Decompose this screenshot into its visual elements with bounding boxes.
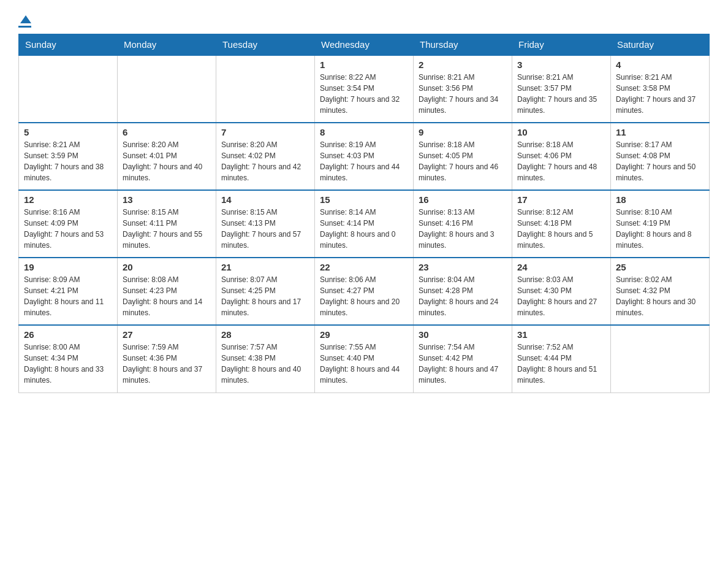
- logo-underline: [18, 26, 31, 28]
- logo: [18, 12, 31, 28]
- calendar-cell-week3-day4: 15Sunrise: 8:14 AMSunset: 4:14 PMDayligh…: [315, 190, 414, 258]
- calendar-cell-week4-day3: 21Sunrise: 8:07 AMSunset: 4:25 PMDayligh…: [216, 258, 315, 325]
- calendar-cell-week1-day4: 1Sunrise: 8:22 AMSunset: 3:54 PMDaylight…: [315, 55, 414, 123]
- day-number: 8: [320, 127, 408, 137]
- calendar-week-1: 1Sunrise: 8:22 AMSunset: 3:54 PMDaylight…: [19, 55, 710, 123]
- calendar-cell-week3-day3: 14Sunrise: 8:15 AMSunset: 4:13 PMDayligh…: [216, 190, 315, 258]
- day-number: 29: [320, 329, 408, 340]
- day-info: Sunrise: 8:12 AMSunset: 4:18 PMDaylight:…: [517, 207, 605, 251]
- weekday-header-row: SundayMondayTuesdayWednesdayThursdayFrid…: [19, 34, 710, 56]
- calendar-cell-week2-day3: 7Sunrise: 8:20 AMSunset: 4:02 PMDaylight…: [216, 123, 315, 190]
- calendar-cell-week5-day5: 30Sunrise: 7:54 AMSunset: 4:42 PMDayligh…: [414, 325, 512, 393]
- day-info: Sunrise: 8:03 AMSunset: 4:30 PMDaylight:…: [517, 274, 605, 318]
- day-info: Sunrise: 7:57 AMSunset: 4:38 PMDaylight:…: [221, 342, 309, 386]
- day-number: 12: [24, 194, 112, 205]
- day-number: 13: [123, 194, 211, 205]
- day-info: Sunrise: 8:17 AMSunset: 4:08 PMDaylight:…: [616, 139, 704, 183]
- calendar-cell-week4-day1: 19Sunrise: 8:09 AMSunset: 4:21 PMDayligh…: [19, 258, 118, 325]
- day-number: 18: [616, 194, 704, 205]
- calendar-cell-week4-day7: 25Sunrise: 8:02 AMSunset: 4:32 PMDayligh…: [611, 258, 710, 325]
- calendar-week-3: 12Sunrise: 8:16 AMSunset: 4:09 PMDayligh…: [19, 190, 710, 258]
- calendar-cell-week1-day5: 2Sunrise: 8:21 AMSunset: 3:56 PMDaylight…: [414, 55, 512, 123]
- calendar-cell-week3-day6: 17Sunrise: 8:12 AMSunset: 4:18 PMDayligh…: [512, 190, 611, 258]
- calendar-cell-week5-day1: 26Sunrise: 8:00 AMSunset: 4:34 PMDayligh…: [19, 325, 118, 393]
- day-info: Sunrise: 7:55 AMSunset: 4:40 PMDaylight:…: [320, 342, 408, 386]
- weekday-header-monday: Monday: [118, 34, 216, 56]
- day-number: 23: [419, 262, 507, 272]
- day-info: Sunrise: 8:07 AMSunset: 4:25 PMDaylight:…: [221, 274, 309, 318]
- day-info: Sunrise: 8:21 AMSunset: 3:58 PMDaylight:…: [616, 72, 704, 116]
- calendar-cell-week5-day3: 28Sunrise: 7:57 AMSunset: 4:38 PMDayligh…: [216, 325, 315, 393]
- day-number: 11: [616, 127, 704, 137]
- day-info: Sunrise: 8:22 AMSunset: 3:54 PMDaylight:…: [320, 72, 408, 116]
- calendar-cell-week1-day3: [216, 55, 315, 123]
- day-info: Sunrise: 8:18 AMSunset: 4:05 PMDaylight:…: [419, 139, 507, 183]
- calendar-header: SundayMondayTuesdayWednesdayThursdayFrid…: [19, 34, 710, 56]
- day-number: 15: [320, 194, 408, 205]
- calendar-cell-week2-day6: 10Sunrise: 8:18 AMSunset: 4:06 PMDayligh…: [512, 123, 611, 190]
- day-info: Sunrise: 7:52 AMSunset: 4:44 PMDaylight:…: [517, 342, 605, 386]
- day-info: Sunrise: 8:19 AMSunset: 4:03 PMDaylight:…: [320, 139, 408, 183]
- calendar-cell-week4-day5: 23Sunrise: 8:04 AMSunset: 4:28 PMDayligh…: [414, 258, 512, 325]
- day-info: Sunrise: 8:09 AMSunset: 4:21 PMDaylight:…: [24, 274, 112, 318]
- day-number: 21: [221, 262, 309, 272]
- day-info: Sunrise: 8:04 AMSunset: 4:28 PMDaylight:…: [419, 274, 507, 318]
- day-number: 1: [320, 59, 408, 70]
- weekday-header-thursday: Thursday: [414, 34, 512, 56]
- day-number: 3: [517, 59, 605, 70]
- calendar-cell-week2-day2: 6Sunrise: 8:20 AMSunset: 4:01 PMDaylight…: [118, 123, 216, 190]
- day-number: 20: [123, 262, 211, 272]
- day-info: Sunrise: 8:02 AMSunset: 4:32 PMDaylight:…: [616, 274, 704, 318]
- calendar-cell-week3-day1: 12Sunrise: 8:16 AMSunset: 4:09 PMDayligh…: [19, 190, 118, 258]
- day-info: Sunrise: 7:54 AMSunset: 4:42 PMDaylight:…: [419, 342, 507, 386]
- day-number: 22: [320, 262, 408, 272]
- day-number: 14: [221, 194, 309, 205]
- calendar-cell-week4-day4: 22Sunrise: 8:06 AMSunset: 4:27 PMDayligh…: [315, 258, 414, 325]
- calendar-week-4: 19Sunrise: 8:09 AMSunset: 4:21 PMDayligh…: [19, 258, 710, 325]
- logo-text: [18, 15, 31, 25]
- day-number: 28: [221, 329, 309, 340]
- day-number: 6: [123, 127, 211, 137]
- weekday-header-friday: Friday: [512, 34, 611, 56]
- weekday-header-wednesday: Wednesday: [315, 34, 414, 56]
- page-header: [18, 12, 710, 28]
- calendar-cell-week4-day2: 20Sunrise: 8:08 AMSunset: 4:23 PMDayligh…: [118, 258, 216, 325]
- day-number: 26: [24, 329, 112, 340]
- day-number: 2: [419, 59, 507, 70]
- day-number: 31: [517, 329, 605, 340]
- calendar-cell-week5-day7: [611, 325, 710, 393]
- calendar-cell-week2-day7: 11Sunrise: 8:17 AMSunset: 4:08 PMDayligh…: [611, 123, 710, 190]
- day-number: 30: [419, 329, 507, 340]
- day-number: 10: [517, 127, 605, 137]
- calendar-cell-week1-day7: 4Sunrise: 8:21 AMSunset: 3:58 PMDaylight…: [611, 55, 710, 123]
- calendar-cell-week3-day2: 13Sunrise: 8:15 AMSunset: 4:11 PMDayligh…: [118, 190, 216, 258]
- day-info: Sunrise: 8:15 AMSunset: 4:13 PMDaylight:…: [221, 207, 309, 251]
- day-info: Sunrise: 8:21 AMSunset: 3:59 PMDaylight:…: [24, 139, 112, 183]
- calendar-cell-week5-day4: 29Sunrise: 7:55 AMSunset: 4:40 PMDayligh…: [315, 325, 414, 393]
- day-info: Sunrise: 8:20 AMSunset: 4:01 PMDaylight:…: [123, 139, 211, 183]
- day-info: Sunrise: 8:10 AMSunset: 4:19 PMDaylight:…: [616, 207, 704, 251]
- day-info: Sunrise: 8:21 AMSunset: 3:57 PMDaylight:…: [517, 72, 605, 116]
- calendar-cell-week3-day5: 16Sunrise: 8:13 AMSunset: 4:16 PMDayligh…: [414, 190, 512, 258]
- day-number: 5: [24, 127, 112, 137]
- calendar-cell-week1-day6: 3Sunrise: 8:21 AMSunset: 3:57 PMDaylight…: [512, 55, 611, 123]
- day-number: 9: [419, 127, 507, 137]
- weekday-header-saturday: Saturday: [611, 34, 710, 56]
- day-info: Sunrise: 7:59 AMSunset: 4:36 PMDaylight:…: [123, 342, 211, 386]
- weekday-header-tuesday: Tuesday: [216, 34, 315, 56]
- calendar-cell-week3-day7: 18Sunrise: 8:10 AMSunset: 4:19 PMDayligh…: [611, 190, 710, 258]
- day-info: Sunrise: 8:08 AMSunset: 4:23 PMDaylight:…: [123, 274, 211, 318]
- day-number: 4: [616, 59, 704, 70]
- day-number: 17: [517, 194, 605, 205]
- day-number: 16: [419, 194, 507, 205]
- day-number: 25: [616, 262, 704, 272]
- day-info: Sunrise: 8:15 AMSunset: 4:11 PMDaylight:…: [123, 207, 211, 251]
- day-number: 27: [123, 329, 211, 340]
- calendar-week-5: 26Sunrise: 8:00 AMSunset: 4:34 PMDayligh…: [19, 325, 710, 393]
- weekday-header-sunday: Sunday: [19, 34, 118, 56]
- calendar-cell-week5-day6: 31Sunrise: 7:52 AMSunset: 4:44 PMDayligh…: [512, 325, 611, 393]
- calendar-cell-week1-day2: [118, 55, 216, 123]
- day-info: Sunrise: 8:16 AMSunset: 4:09 PMDaylight:…: [24, 207, 112, 251]
- day-info: Sunrise: 8:18 AMSunset: 4:06 PMDaylight:…: [517, 139, 605, 183]
- day-info: Sunrise: 8:06 AMSunset: 4:27 PMDaylight:…: [320, 274, 408, 318]
